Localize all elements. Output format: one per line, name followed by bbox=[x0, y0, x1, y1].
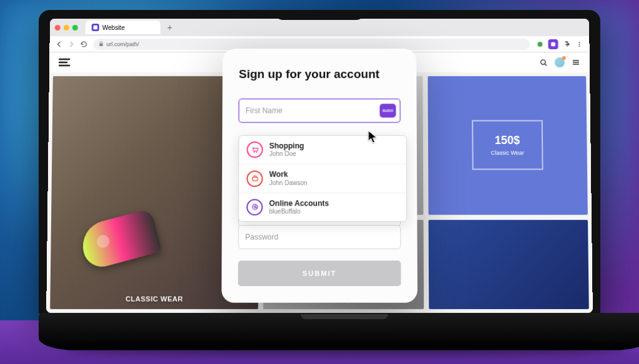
autofill-subtitle: John Doe bbox=[269, 151, 304, 158]
hamburger-menu-icon[interactable] bbox=[571, 57, 581, 67]
browser-tab[interactable]: Website bbox=[85, 21, 160, 34]
signup-modal: Sign up for your account First Name SUDO… bbox=[222, 49, 417, 303]
minimize-window-icon[interactable] bbox=[64, 24, 69, 30]
laptop-frame: Website + url.com/path/ bbox=[39, 10, 600, 350]
browser-tab-bar: Website + bbox=[50, 19, 590, 36]
first-name-field[interactable]: First Name SUDO bbox=[238, 98, 400, 122]
sudo-autofill-icon[interactable]: SUDO bbox=[379, 103, 396, 117]
tile-label: CLASSIC WEAR bbox=[125, 295, 183, 302]
lock-icon bbox=[99, 41, 104, 47]
autofill-dropdown: Shopping John Doe Work John Dawson bbox=[238, 135, 407, 222]
password-placeholder: Password bbox=[245, 232, 278, 241]
tab-favicon bbox=[92, 24, 99, 31]
product-price: 150$ bbox=[490, 134, 524, 147]
svg-point-15 bbox=[252, 204, 257, 209]
address-bar[interactable]: url.com/path/ bbox=[93, 39, 530, 50]
svg-rect-3 bbox=[551, 42, 555, 46]
extensions-menu-icon[interactable] bbox=[561, 39, 571, 49]
svg-line-8 bbox=[545, 64, 547, 65]
svg-point-5 bbox=[578, 44, 580, 45]
tab-title: Website bbox=[102, 24, 125, 31]
autofill-option-shopping[interactable]: Shopping John Doe bbox=[239, 136, 406, 164]
laptop-notch bbox=[276, 10, 363, 20]
password-field[interactable]: Password bbox=[238, 225, 401, 249]
briefcase-icon bbox=[246, 170, 263, 186]
svg-point-13 bbox=[256, 151, 257, 153]
svg-rect-0 bbox=[94, 26, 97, 29]
autofill-subtitle: blueBuffalo bbox=[269, 208, 329, 216]
back-button[interactable] bbox=[54, 40, 63, 49]
new-tab-button[interactable]: + bbox=[164, 22, 175, 33]
first-name-placeholder: First Name bbox=[245, 106, 282, 115]
product-tile-5[interactable] bbox=[428, 219, 589, 309]
svg-point-12 bbox=[253, 151, 255, 153]
sudo-extension-icon[interactable] bbox=[548, 39, 558, 49]
maximize-window-icon[interactable] bbox=[72, 24, 78, 30]
product-card-price[interactable]: 150$ Classic Wear bbox=[427, 76, 588, 214]
close-window-icon[interactable] bbox=[55, 24, 61, 30]
laptop-base bbox=[39, 313, 639, 350]
autofill-title: Work bbox=[269, 170, 307, 180]
svg-point-6 bbox=[579, 46, 580, 47]
svg-point-4 bbox=[578, 42, 580, 43]
autofill-title: Online Accounts bbox=[269, 199, 329, 208]
url-text: url.com/path/ bbox=[107, 41, 139, 47]
product-name: Classic Wear bbox=[491, 150, 524, 156]
submit-button[interactable]: SUBMIT bbox=[238, 261, 401, 286]
svg-rect-1 bbox=[99, 44, 102, 47]
svg-point-2 bbox=[537, 42, 542, 47]
autofill-option-online[interactable]: Online Accounts blueBuffalo bbox=[239, 193, 407, 221]
modal-title: Sign up for your account bbox=[239, 67, 401, 81]
autofill-subtitle: John Dawson bbox=[269, 180, 307, 187]
avatar[interactable] bbox=[555, 57, 565, 67]
site-logo[interactable] bbox=[58, 57, 71, 67]
reload-button[interactable] bbox=[79, 40, 88, 49]
shopping-cart-icon bbox=[246, 141, 263, 158]
extension-icon-1[interactable] bbox=[535, 39, 545, 49]
autofill-option-work[interactable]: Work John Dawson bbox=[239, 164, 406, 193]
window-controls[interactable] bbox=[55, 24, 78, 30]
at-sign-icon bbox=[246, 199, 263, 215]
forward-button[interactable] bbox=[67, 40, 76, 49]
svg-rect-14 bbox=[252, 177, 257, 181]
search-icon[interactable] bbox=[539, 57, 549, 67]
autofill-title: Shopping bbox=[270, 141, 305, 151]
svg-point-16 bbox=[253, 206, 255, 208]
svg-point-7 bbox=[540, 59, 545, 64]
browser-menu-icon[interactable] bbox=[574, 39, 584, 49]
